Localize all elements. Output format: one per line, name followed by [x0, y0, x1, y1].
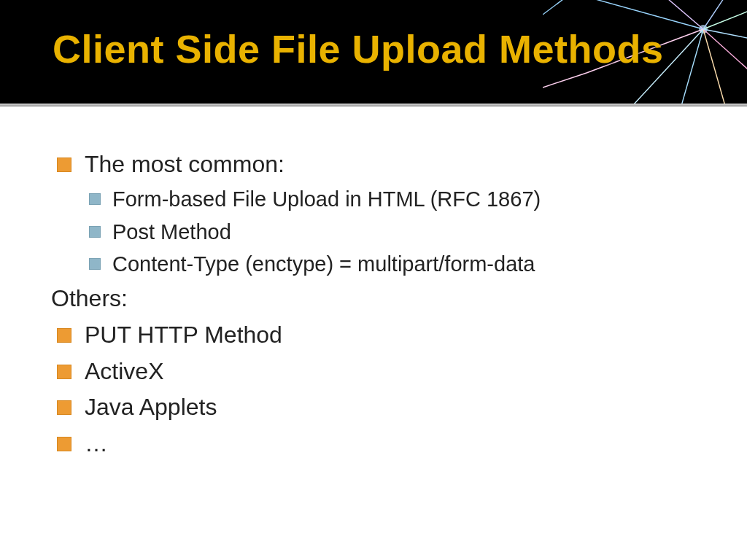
slide-title: Client Side File Upload Methods [53, 26, 664, 71]
bullet-text: PUT HTTP Method [85, 317, 282, 354]
bullet-level1: … [57, 426, 696, 462]
square-bullet-icon [89, 258, 101, 270]
bullet-level1: ActiveX [57, 354, 696, 390]
bullet-level2: Post Method [89, 216, 696, 249]
svg-line-11 [543, 0, 572, 15]
svg-line-9 [703, 0, 732, 29]
square-bullet-icon [57, 365, 71, 379]
svg-line-12 [543, 73, 587, 88]
svg-line-8 [703, 0, 747, 29]
square-bullet-icon [89, 193, 101, 205]
bullet-text: The most common: [85, 147, 285, 183]
bullet-text: Java Applets [85, 389, 217, 426]
bullet-text: Content-Type (enctype) = multipart/form-… [112, 248, 535, 281]
square-bullet-icon [57, 328, 71, 343]
bullet-text: … [85, 426, 108, 462]
bullet-level1: The most common: [57, 147, 696, 183]
slide-header: Client Side File Upload Methods [0, 0, 747, 104]
square-bullet-icon [57, 400, 71, 415]
bullet-level1: PUT HTTP Method [57, 317, 696, 354]
svg-line-7 [703, 29, 747, 44]
section-label: Others: [51, 281, 696, 317]
bullet-level1: Java Applets [57, 389, 696, 426]
square-bullet-icon [89, 226, 101, 238]
square-bullet-icon [57, 158, 71, 172]
svg-line-6 [703, 29, 747, 95]
bullet-level2: Content-Type (enctype) = multipart/form-… [89, 248, 696, 281]
bullet-text: ActiveX [85, 354, 163, 390]
svg-line-5 [703, 29, 732, 104]
svg-line-1 [572, 0, 703, 29]
bullet-text: Form-based File Upload in HTML (RFC 1867… [112, 183, 541, 216]
svg-line-10 [652, 0, 703, 29]
bullet-text: Post Method [112, 216, 231, 249]
svg-point-0 [699, 25, 708, 34]
slide-body: The most common: Form-based File Upload … [0, 106, 747, 462]
square-bullet-icon [57, 437, 71, 451]
svg-line-4 [674, 29, 703, 104]
bullet-level2: Form-based File Upload in HTML (RFC 1867… [89, 183, 696, 216]
